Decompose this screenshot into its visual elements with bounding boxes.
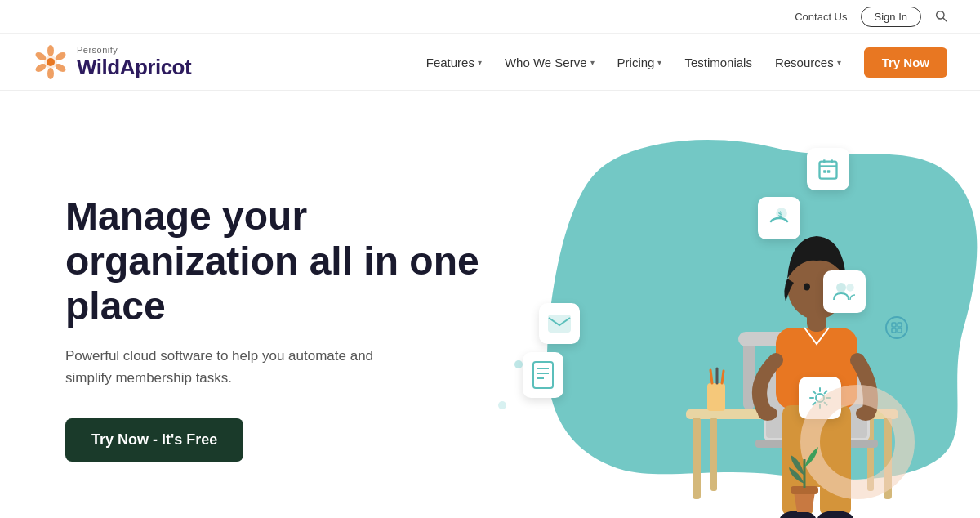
- logo-icon: [33, 44, 69, 80]
- hero-left: Manage your organization all in one plac…: [65, 194, 490, 462]
- svg-rect-49: [827, 170, 831, 173]
- nav-testimonials[interactable]: Testimonials: [684, 56, 752, 69]
- try-now-hero-button[interactable]: Try Now - It's Free: [65, 418, 243, 462]
- nav-resources[interactable]: Resources ▾: [775, 56, 841, 69]
- svg-rect-14: [693, 418, 701, 499]
- main-nav: Personify WildApricot Features ▾ Who We …: [0, 34, 980, 91]
- brand-name: WildApricot: [77, 55, 191, 80]
- scroll-indicator[interactable]: [885, 316, 908, 339]
- nav-who-we-serve[interactable]: Who We Serve ▾: [505, 56, 595, 69]
- contact-link[interactable]: Contact Us: [795, 11, 847, 23]
- utility-bar: Contact Us Sign In: [0, 0, 980, 34]
- receipt-float-icon: [523, 352, 564, 398]
- money-float-icon: $: [758, 197, 800, 239]
- svg-point-58: [837, 284, 845, 292]
- svg-rect-53: [533, 362, 553, 388]
- nav-links: Features ▾ Who We Serve ▾ Pricing ▾ Test…: [426, 47, 947, 78]
- hero-right: $: [490, 123, 915, 518]
- svg-rect-63: [898, 323, 902, 327]
- logo-text: Personify WildApricot: [77, 45, 191, 80]
- search-icon[interactable]: [934, 9, 947, 25]
- nav-pricing[interactable]: Pricing ▾: [617, 56, 662, 69]
- svg-rect-48: [823, 170, 826, 173]
- calendar-float-icon: [807, 148, 849, 190]
- plant-decoration: [776, 439, 833, 518]
- svg-point-59: [847, 284, 853, 291]
- dot-decoration-2: [498, 401, 506, 409]
- sign-in-button[interactable]: Sign In: [861, 7, 921, 27]
- svg-line-1: [943, 18, 947, 21]
- svg-rect-64: [892, 328, 896, 333]
- email-float-icon: [539, 303, 580, 344]
- hero-section: Manage your organization all in one plac…: [0, 91, 980, 518]
- svg-rect-18: [707, 383, 725, 411]
- logo-area[interactable]: Personify WildApricot: [33, 44, 191, 80]
- svg-rect-16: [710, 418, 717, 491]
- svg-point-3: [47, 45, 54, 56]
- brand-prefix: Personify: [77, 45, 191, 55]
- svg-line-19: [710, 370, 712, 383]
- svg-rect-62: [892, 323, 896, 327]
- svg-line-21: [722, 371, 724, 383]
- svg-point-33: [758, 406, 777, 421]
- hero-subtitle: Powerful cloud software to help you auto…: [65, 345, 408, 389]
- svg-point-9: [47, 58, 55, 66]
- dot-decoration-1: [514, 360, 523, 368]
- chevron-down-icon: ▾: [837, 58, 841, 67]
- people-float-icon: [823, 270, 866, 313]
- svg-point-6: [47, 68, 54, 79]
- svg-rect-65: [898, 328, 902, 333]
- nav-features[interactable]: Features ▾: [426, 56, 482, 69]
- try-now-nav-button[interactable]: Try Now: [864, 47, 947, 78]
- svg-text:$: $: [778, 210, 782, 218]
- svg-rect-52: [549, 315, 570, 332]
- chevron-down-icon: ▾: [657, 58, 662, 67]
- svg-point-42: [804, 284, 810, 291]
- hero-title: Manage your organization all in one plac…: [65, 194, 490, 329]
- chevron-down-icon: ▾: [478, 58, 482, 67]
- chevron-down-icon: ▾: [590, 58, 595, 67]
